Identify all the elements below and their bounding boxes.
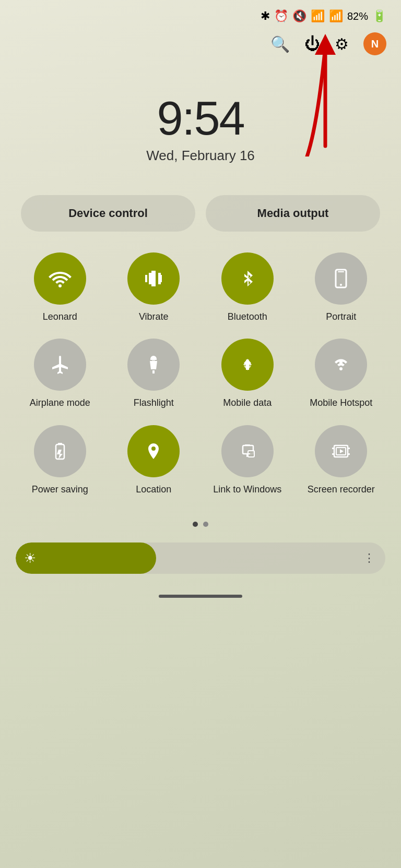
tile-mobile-hotspot[interactable]: Mobile Hotspot bbox=[297, 339, 386, 409]
brightness-menu-icon[interactable]: ⋮ bbox=[363, 557, 375, 559]
svg-rect-16 bbox=[332, 453, 334, 455]
svg-rect-14 bbox=[332, 448, 334, 449]
device-control-button[interactable]: Device control bbox=[21, 195, 195, 232]
tile-location[interactable]: Location bbox=[110, 425, 198, 496]
settings-icon[interactable]: ⚙ bbox=[335, 35, 349, 53]
mobile-hotspot-label: Mobile Hotspot bbox=[310, 397, 372, 409]
tile-bluetooth[interactable]: Bluetooth bbox=[203, 252, 292, 323]
control-buttons: Device control Media output bbox=[0, 174, 401, 247]
mobile-data-icon bbox=[221, 339, 274, 391]
link-windows-icon bbox=[221, 425, 274, 477]
tile-flashlight[interactable]: Flashlight bbox=[110, 339, 198, 409]
svg-rect-8 bbox=[58, 443, 62, 444]
toolbar: 🔍 ⏻ ⚙ N bbox=[0, 27, 401, 61]
svg-rect-3 bbox=[338, 271, 344, 272]
screen-recorder-label: Screen recorder bbox=[308, 484, 375, 496]
flashlight-label: Flashlight bbox=[134, 397, 174, 409]
leonard-label: Leonard bbox=[43, 311, 77, 323]
svg-rect-6 bbox=[339, 360, 343, 365]
flashlight-icon bbox=[127, 339, 180, 391]
tile-portrait[interactable]: Portrait bbox=[297, 252, 386, 323]
power-saving-label: Power saving bbox=[32, 484, 88, 496]
svg-rect-15 bbox=[348, 448, 350, 449]
leonard-icon bbox=[34, 252, 86, 305]
clock-time: 9:54 bbox=[0, 92, 401, 146]
portrait-label: Portrait bbox=[326, 311, 356, 323]
power-icon[interactable]: ⏻ bbox=[304, 35, 320, 53]
tile-link-windows[interactable]: Link to Windows bbox=[203, 425, 292, 496]
alarm-icon: ⏰ bbox=[274, 9, 288, 23]
pagination-dot-2 bbox=[203, 522, 208, 527]
status-icons: ✱ ⏰ 🔇 📶 📶 82% 🔋 bbox=[261, 9, 386, 23]
tile-screen-recorder[interactable]: Screen recorder bbox=[297, 425, 386, 496]
portrait-icon bbox=[315, 252, 367, 305]
location-label: Location bbox=[136, 484, 171, 496]
screen-recorder-icon bbox=[315, 425, 367, 477]
mobile-hotspot-icon bbox=[315, 339, 367, 391]
quick-tiles-grid: Leonard Vibrate Bluetooth Portrait bbox=[0, 247, 401, 511]
brightness-icon: ☀ bbox=[24, 550, 36, 566]
pagination-dot-1 bbox=[193, 522, 198, 527]
airplane-icon bbox=[34, 339, 86, 391]
signal-icon: 📶 bbox=[329, 9, 343, 23]
brightness-bar-container: ☀ ⋮ bbox=[0, 532, 401, 589]
brightness-bar[interactable]: ☀ ⋮ bbox=[16, 542, 385, 574]
svg-rect-17 bbox=[348, 453, 350, 455]
media-output-button[interactable]: Media output bbox=[206, 195, 380, 232]
vibrate-icon bbox=[127, 252, 180, 305]
tile-vibrate[interactable]: Vibrate bbox=[110, 252, 198, 323]
tile-power-saving[interactable]: Power saving bbox=[16, 425, 104, 496]
home-bar bbox=[0, 589, 401, 602]
airplane-mode-label: Airplane mode bbox=[30, 397, 90, 409]
tile-leonard[interactable]: Leonard bbox=[16, 252, 104, 323]
search-icon[interactable]: 🔍 bbox=[270, 35, 290, 53]
battery-icon: 🔋 bbox=[372, 9, 386, 23]
bluetooth-status-icon: ✱ bbox=[261, 9, 270, 23]
wifi-icon: 📶 bbox=[311, 9, 325, 23]
pagination bbox=[0, 511, 401, 532]
bluetooth-label: Bluetooth bbox=[228, 311, 267, 323]
battery-text: 82% bbox=[347, 10, 368, 22]
mobile-data-label: Mobile data bbox=[223, 397, 272, 409]
mute-icon: 🔇 bbox=[292, 9, 306, 23]
bluetooth-tile-icon bbox=[221, 252, 274, 305]
link-windows-label: Link to Windows bbox=[213, 484, 281, 496]
svg-point-5 bbox=[152, 359, 155, 362]
clock-date: Wed, February 16 bbox=[0, 148, 401, 164]
location-icon bbox=[127, 425, 180, 477]
status-bar: ✱ ⏰ 🔇 📶 📶 82% 🔋 bbox=[0, 0, 401, 27]
vibrate-label: Vibrate bbox=[139, 311, 169, 323]
tile-airplane-mode[interactable]: Airplane mode bbox=[16, 339, 104, 409]
svg-rect-10 bbox=[245, 444, 250, 446]
svg-point-4 bbox=[340, 284, 342, 286]
home-bar-line bbox=[159, 595, 242, 598]
brightness-fill: ☀ bbox=[16, 542, 156, 574]
clock-section: 9:54 Wed, February 16 bbox=[0, 61, 401, 174]
power-saving-icon bbox=[34, 425, 86, 477]
avatar[interactable]: N bbox=[363, 32, 386, 55]
tile-mobile-data[interactable]: Mobile data bbox=[203, 339, 292, 409]
